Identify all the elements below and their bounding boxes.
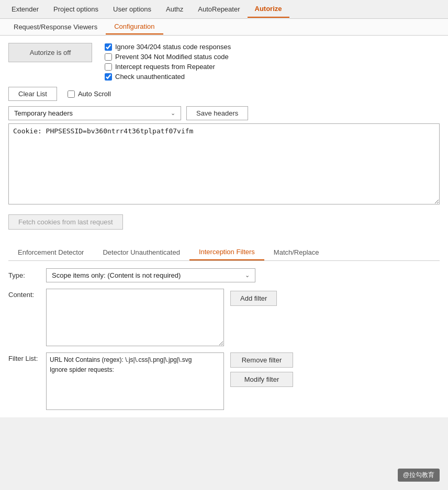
content-row: Content: Add filter — [8, 289, 440, 346]
tab-autorepeater[interactable]: AutoRepeater — [191, 1, 247, 17]
autorize-top-row: Autorize is off Ignore 304/204 status co… — [8, 43, 440, 81]
type-label: Type: — [8, 271, 40, 279]
checkbox-intercept-repeater[interactable]: Intercept requests from Repeater — [105, 63, 231, 71]
tab-request-response-viewers[interactable]: Request/Response Viewers — [5, 20, 106, 34]
checkbox-ignore-304-label: Ignore 304/204 status code responses — [115, 43, 231, 51]
checkbox-check-unauthenticated-label: Check unauthenticated — [115, 73, 185, 81]
tab-user-options[interactable]: User options — [106, 1, 159, 17]
headers-row: Temporary headers ⌄ Save headers — [8, 106, 440, 120]
clear-row: Clear List Auto Scroll — [8, 87, 440, 101]
checkbox-prevent-304-label: Prevent 304 Not Modified status code — [115, 53, 229, 61]
filter-list-box[interactable]: URL Not Contains (regex): \.js|\.css|\.p… — [46, 352, 224, 410]
tab-configuration[interactable]: Configuration — [106, 19, 163, 35]
remove-filter-button[interactable]: Remove filter — [230, 352, 293, 368]
checkbox-ignore-304-input[interactable] — [105, 43, 112, 51]
auto-scroll-text: Auto Scroll — [78, 90, 111, 98]
type-dropdown[interactable]: Scope items only: (Content is not requir… — [46, 268, 255, 282]
tab-authz[interactable]: Authz — [159, 1, 191, 17]
chevron-down-icon: ⌄ — [171, 110, 175, 117]
content-label: Content: — [8, 289, 40, 299]
add-filter-button[interactable]: Add filter — [230, 291, 277, 306]
second-nav: Request/Response Viewers Configuration — [0, 19, 448, 36]
checkbox-check-unauthenticated[interactable]: Check unauthenticated — [105, 73, 231, 81]
main-content: Autorize is off Ignore 304/204 status co… — [0, 36, 448, 417]
filter-list-label: Filter List: — [8, 352, 40, 362]
checkbox-check-unauthenticated-input[interactable] — [105, 73, 112, 81]
fetch-cookies-button[interactable]: Fetch cookies from last request — [8, 214, 123, 230]
cookie-textarea[interactable] — [8, 123, 440, 204]
filter-list-item-1: Ignore spider requests: — [50, 365, 220, 375]
checkbox-intercept-repeater-input[interactable] — [105, 63, 112, 71]
filter-list-item-0: URL Not Contains (regex): \.js|\.css|\.p… — [50, 355, 220, 365]
headers-dropdown[interactable]: Temporary headers ⌄ — [8, 106, 181, 120]
tab-enforcement-detector[interactable]: Enforcement Detector — [8, 244, 93, 260]
options-checkbox-group: Ignore 304/204 status code responses Pre… — [105, 43, 231, 81]
auto-scroll-label[interactable]: Auto Scroll — [68, 90, 111, 98]
watermark: @拉勾教育 — [398, 469, 440, 482]
top-nav: Extender Project options User options Au… — [0, 0, 448, 19]
tab-extender[interactable]: Extender — [4, 1, 46, 17]
tab-detector-unauthenticated[interactable]: Detector Unauthenticated — [93, 244, 189, 260]
save-headers-button[interactable]: Save headers — [186, 106, 248, 120]
type-dropdown-value: Scope items only: (Content is not requir… — [52, 271, 181, 279]
headers-dropdown-label: Temporary headers — [14, 109, 73, 117]
modify-filter-button[interactable]: Modify filter — [230, 372, 293, 387]
tab-autorize[interactable]: Autorize — [248, 1, 289, 18]
checkbox-prevent-304[interactable]: Prevent 304 Not Modified status code — [105, 53, 231, 61]
content-textarea[interactable] — [46, 289, 224, 346]
type-chevron-down-icon: ⌄ — [245, 272, 250, 279]
tab-project-options[interactable]: Project options — [46, 1, 106, 17]
checkbox-intercept-repeater-label: Intercept requests from Repeater — [115, 63, 215, 71]
type-row: Type: Scope items only: (Content is not … — [8, 268, 440, 282]
checkbox-prevent-304-input[interactable] — [105, 53, 112, 61]
tab-match-replace[interactable]: Match/Replace — [264, 244, 329, 260]
clear-list-button[interactable]: Clear List — [8, 87, 57, 101]
inner-tabs: Enforcement Detector Detector Unauthenti… — [8, 244, 440, 261]
auto-scroll-checkbox[interactable] — [68, 90, 75, 98]
filter-list-row: Filter List: URL Not Contains (regex): \… — [8, 352, 440, 410]
tab-interception-filters[interactable]: Interception Filters — [189, 244, 264, 260]
filter-buttons: Remove filter Modify filter — [230, 352, 293, 387]
autorize-toggle-button[interactable]: Autorize is off — [8, 43, 92, 62]
checkbox-ignore-304[interactable]: Ignore 304/204 status code responses — [105, 43, 231, 51]
